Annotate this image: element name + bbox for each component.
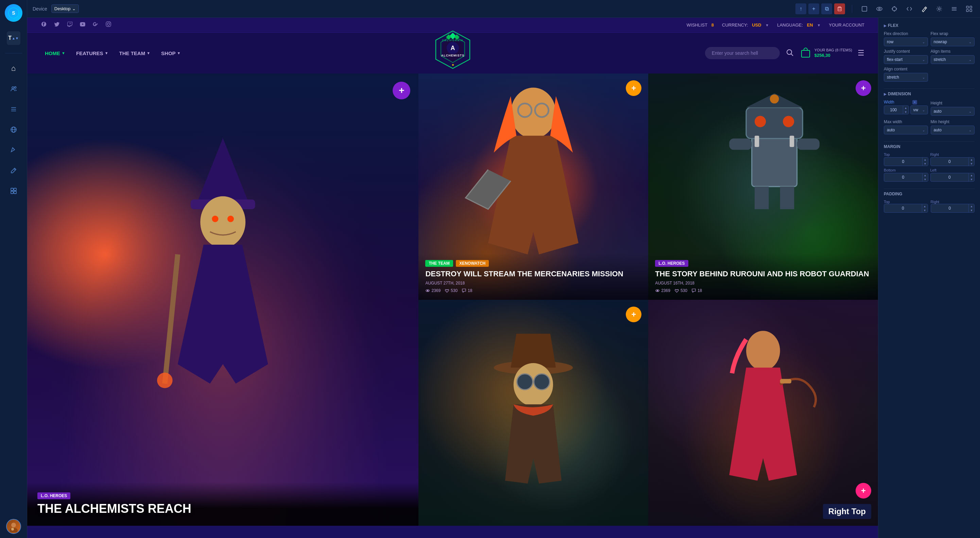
currency-label: CURRENCY: — [722, 22, 748, 27]
card-top-right-add-button[interactable]: + — [856, 80, 871, 96]
hamburger-icon[interactable]: ☰ — [858, 49, 864, 57]
svg-text:★: ★ — [451, 63, 454, 67]
home-nav-icon[interactable]: ⌂ — [7, 62, 21, 75]
instagram-icon[interactable] — [105, 21, 111, 29]
nav-features[interactable]: FEATURES ▼ — [72, 48, 113, 59]
width-spin-down[interactable]: ▼ — [903, 110, 908, 114]
pencil-tool-btn[interactable] — [919, 3, 930, 14]
pen-nav-icon[interactable] — [7, 143, 21, 157]
margin-top-spin-down[interactable]: ▼ — [923, 162, 928, 166]
width-spin-up[interactable]: ▲ — [903, 106, 908, 110]
globe-nav-icon[interactable] — [7, 123, 21, 136]
puzzle-nav-icon[interactable] — [7, 184, 21, 198]
top-action-buttons: ↑ + ⧉ — [795, 3, 845, 14]
padding-right-value[interactable]: 0 — [931, 204, 969, 212]
padding-right-spin-up[interactable]: ▲ — [969, 204, 974, 208]
card-top-center-overlay: THE TEAM XENOWATCH DESTROY WILL STREAM T… — [418, 253, 648, 299]
card-top-right-date: AUGUST 16TH, 2018 — [655, 281, 871, 286]
search-button[interactable] — [785, 48, 794, 59]
padding-right-spin-down[interactable]: ▼ — [969, 208, 974, 212]
device-selector[interactable]: Desktop ⌄ — [51, 5, 79, 13]
user-avatar[interactable] — [6, 519, 21, 534]
nav-team[interactable]: THE TEAM ▼ — [115, 48, 155, 59]
margin-top-input: 0 ▲ ▼ — [884, 157, 928, 166]
text-tool-icon[interactable]: T ▲▼ — [7, 31, 21, 45]
flex-direction-select[interactable]: row ⌄ — [884, 37, 928, 46]
margin-bottom-value[interactable]: 0 — [884, 173, 922, 181]
googleplus-icon[interactable] — [92, 21, 99, 29]
justify-select[interactable]: flex-start ⌄ — [884, 55, 928, 64]
height-select[interactable]: auto ⌄ — [931, 107, 975, 116]
max-width-select[interactable]: auto ⌄ — [884, 126, 928, 134]
align-items-value: stretch — [934, 57, 946, 62]
width-unit-select[interactable]: vw ⌄ — [910, 105, 928, 114]
card-bottom-right-add-button[interactable]: + — [856, 483, 871, 498]
svg-rect-38 — [970, 10, 972, 11]
min-height-select[interactable]: auto ⌄ — [931, 126, 975, 134]
align-items-select[interactable]: stretch ⌄ — [931, 55, 975, 64]
language-item[interactable]: LANGUAGE: EN ▼ — [777, 22, 821, 27]
card-bottom-center-add-button[interactable]: + — [626, 307, 641, 322]
twitter-icon[interactable] — [54, 21, 60, 29]
copy-button[interactable]: ⧉ — [821, 3, 832, 14]
margin-grid: Top 0 ▲ ▼ Right 0 ▲ ▼ — [884, 152, 975, 182]
padding-top-spin-up[interactable]: ▲ — [922, 204, 928, 208]
svg-rect-72 — [746, 107, 803, 139]
currency-item[interactable]: CURRENCY: USD ▼ — [722, 22, 769, 27]
nav-features-chevron: ▼ — [105, 51, 108, 55]
account-link[interactable]: YOUR ACCOUNT — [829, 22, 864, 27]
padding-top-right-row: Top 0 ▲ ▼ Right 0 ▲ ▼ — [884, 200, 975, 213]
svg-point-84 — [657, 290, 658, 291]
flex-direction-chevron: ⌄ — [922, 40, 925, 44]
gear-tool-btn[interactable] — [934, 3, 945, 14]
width-spinners: ▲ ▼ — [903, 106, 908, 114]
wishlist-item[interactable]: WISHLIST 8 — [687, 22, 714, 27]
facebook-icon[interactable] — [41, 21, 47, 29]
card-top-center-add-button[interactable]: + — [626, 80, 641, 96]
margin-right-value[interactable]: 0 — [931, 158, 969, 166]
menu-tool-btn[interactable] — [949, 3, 959, 14]
users-nav-icon[interactable] — [7, 82, 21, 96]
width-x-badge[interactable]: × — [912, 100, 917, 104]
svg-rect-79 — [729, 139, 752, 150]
height-value: auto — [934, 109, 942, 114]
margin-right-spin-up[interactable]: ▲ — [969, 158, 974, 162]
nav-home[interactable]: HOME ▼ — [41, 48, 69, 59]
youtube-icon[interactable] — [80, 21, 86, 29]
margin-bottom-spin-up[interactable]: ▲ — [923, 173, 928, 177]
margin-bottom-spin-down[interactable]: ▼ — [923, 177, 928, 181]
bag-area[interactable]: YOUR BAG (8 ITEMS) $256,30 — [800, 46, 852, 60]
padding-top-spin-down[interactable]: ▼ — [922, 208, 928, 212]
margin-top-spin-up[interactable]: ▲ — [923, 158, 928, 162]
svg-rect-19 — [838, 8, 841, 11]
delete-button[interactable] — [834, 3, 845, 14]
margin-left-value[interactable]: 0 — [931, 173, 969, 181]
tag-xenowatch: XENOWATCH — [456, 260, 489, 267]
margin-left-spin-up[interactable]: ▲ — [969, 173, 974, 177]
svg-rect-82 — [780, 187, 794, 209]
align-content-select[interactable]: stretch ⌄ — [884, 73, 928, 81]
margin-right-spin-down[interactable]: ▼ — [969, 162, 974, 166]
site-topbar-right: WISHLIST 8 CURRENCY: USD ▼ LANGUAGE: EN … — [687, 22, 864, 27]
code-tool-btn[interactable] — [904, 3, 915, 14]
square-tool-btn[interactable] — [859, 3, 870, 14]
grid-tool-btn[interactable] — [964, 3, 975, 14]
list-nav-icon[interactable] — [7, 102, 21, 116]
margin-left-spin-down[interactable]: ▼ — [969, 177, 974, 181]
card-left-add-button[interactable]: + — [393, 81, 410, 99]
margin-top-value[interactable]: 0 — [884, 158, 922, 166]
insert-button[interactable]: + — [808, 3, 819, 14]
svg-point-23 — [877, 7, 882, 11]
crosshair-tool-btn[interactable] — [889, 3, 900, 14]
padding-top-value[interactable]: 0 — [884, 204, 922, 212]
width-value[interactable]: 100 — [884, 106, 903, 114]
twitch-icon[interactable] — [67, 21, 73, 29]
margin-left-input: 0 ▲ ▼ — [931, 173, 975, 182]
eye-tool-btn[interactable] — [874, 3, 885, 14]
sidebar-divider-1 — [5, 53, 22, 53]
nav-shop[interactable]: SHOP ▼ — [157, 48, 185, 59]
move-up-button[interactable]: ↑ — [795, 3, 806, 14]
flex-wrap-select[interactable]: nowrap ⌄ — [931, 37, 975, 46]
app-logo[interactable]: S — [5, 4, 22, 22]
edit-nav-icon[interactable] — [7, 164, 21, 177]
